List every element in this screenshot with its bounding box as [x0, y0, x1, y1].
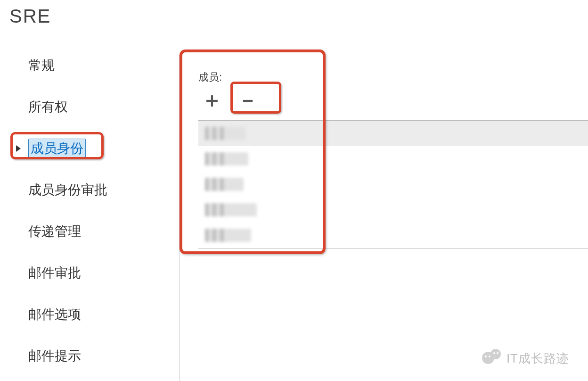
triangle-right-icon — [16, 145, 21, 152]
nav-label: 邮件审批 — [28, 264, 81, 282]
remove-member-button[interactable] — [234, 88, 261, 116]
nav-label: 邮件提示 — [28, 347, 81, 365]
plus-icon — [204, 93, 220, 111]
nav-item-message-approval[interactable]: 邮件审批 — [9, 263, 179, 283]
member-row[interactable] — [198, 197, 588, 223]
redacted-text — [205, 152, 248, 166]
watermark: IT成长路迹 — [482, 349, 569, 368]
redacted-text — [205, 178, 244, 191]
nav-item-membership[interactable]: 成员身份 — [9, 138, 179, 159]
main-panel: 成员: — [179, 55, 588, 381]
nav-label: 传递管理 — [28, 223, 81, 240]
page-title: SRE — [0, 0, 588, 27]
nav-label: 所有权 — [28, 98, 68, 116]
nav-item-mail-tip[interactable]: 邮件提示 — [9, 346, 179, 366]
member-row[interactable] — [198, 172, 588, 197]
watermark-text: IT成长路迹 — [506, 350, 569, 367]
nav-item-general[interactable]: 常规 — [9, 55, 179, 76]
members-toolbar — [198, 88, 588, 116]
sidebar: 常规 所有权 成员身份 成员身份审批 传递管理 邮件审批 邮件选项 邮件提示 — [0, 55, 179, 381]
nav-item-membership-approval[interactable]: 成员身份审批 — [9, 180, 179, 200]
redacted-text — [205, 229, 251, 242]
nav-label: 成员身份 — [28, 139, 86, 158]
redacted-text — [205, 127, 245, 140]
wechat-icon — [482, 349, 501, 368]
nav-label: 邮件选项 — [28, 306, 81, 323]
nav-item-email-options[interactable]: 邮件选项 — [9, 304, 179, 325]
member-row[interactable] — [198, 121, 588, 146]
nav-item-ownership[interactable]: 所有权 — [9, 97, 179, 117]
minus-icon — [240, 93, 256, 111]
nav-item-delivery-management[interactable]: 传递管理 — [9, 221, 179, 242]
member-row[interactable] — [198, 223, 588, 248]
members-label: 成员: — [198, 70, 588, 84]
nav-label: 成员身份审批 — [28, 181, 107, 199]
member-row[interactable] — [198, 146, 588, 172]
add-member-button[interactable] — [198, 88, 226, 116]
member-list — [198, 120, 588, 248]
nav-label: 常规 — [28, 57, 55, 75]
redacted-text — [205, 203, 257, 216]
